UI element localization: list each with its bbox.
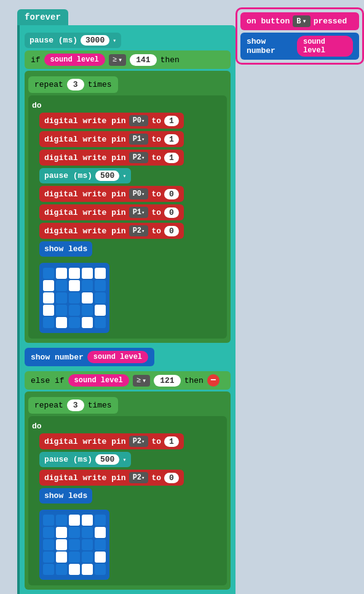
pause-row-2: pause (ms) 500 ▾ [39,168,223,183]
sound-level-pill-3[interactable]: sound level [68,374,129,387]
if-keyword: if [31,55,41,65]
chevron-1: ▾ [118,55,122,65]
show-number-label-1: show number [31,353,84,362]
forever-body: pause (ms) 3000 ▾ if sound level ≥ ▾ 141… [17,25,235,594]
do-label: do [32,101,42,110]
times-label: times [88,80,112,89]
pause-dd-3[interactable]: ▾ [122,456,126,464]
repeat-block-2[interactable]: repeat 3 times [28,397,118,414]
pause-dd-2[interactable]: ▾ [122,172,126,180]
pin-p1-0[interactable]: P1▾ [129,207,149,218]
show-number-block[interactable]: show number sound level [240,33,359,60]
val-p2-1b[interactable]: 1 [164,436,179,447]
btn-dropdown[interactable]: B ▾ [293,15,310,27]
op-dropdown-2[interactable]: ≥ ▾ [133,375,150,387]
do-body-2: do digital write pin P2▾ to 1 [28,416,227,585]
repeat-count[interactable]: 3 [67,79,84,90]
if-value-1[interactable]: 141 [130,54,156,66]
pin-p2-1b[interactable]: P2▾ [129,436,149,447]
on-button-group: on button B ▾ pressed show number sound … [235,7,364,65]
do-body-1: do digital write pin P0▾ to 1 [28,95,227,339]
led-grid-2 [39,510,109,580]
pause-label-1: pause (ms) [30,36,77,45]
chevron-2: ▾ [142,376,146,385]
if-body-1: repeat 3 times do digital write pin P0▾ [25,71,231,343]
else-if-1: else if sound level ≥ ▾ 121 then − [25,371,231,390]
do-label-2: do [32,422,42,431]
dw-p0-0: digital write pin P0▾ to 0 [39,186,223,202]
pause-block-1[interactable]: pause (ms) 3000 ▾ [25,33,121,48]
show-leds-label-2[interactable]: show leds [39,488,92,504]
val-p2-1[interactable]: 1 [164,153,179,163]
minus-circle-1[interactable]: − [207,374,220,387]
show-leds-label-1[interactable]: show leds [39,241,92,257]
val-p1-0[interactable]: 0 [164,207,179,218]
on-button-block[interactable]: on button B ▾ pressed [240,12,359,30]
then-label-1: then [160,55,180,65]
val-p0-0[interactable]: 0 [164,189,179,199]
repeat-row-2: repeat 3 times [28,397,227,414]
show-leds-row-2: show leds [39,488,223,580]
dw-p2-1b: digital write pin P2▾ to 1 [39,433,223,449]
val-p1-1[interactable]: 1 [164,134,179,145]
main-block: forever pause (ms) 3000 ▾ if sound level… [17,9,235,594]
sound-level-pill-2[interactable]: sound level [87,351,148,363]
sound-level-pill-btn[interactable]: sound level [297,36,353,57]
pressed-label: pressed [314,17,347,26]
repeat-row-1: repeat 3 times [28,76,227,93]
elif1-body: repeat 3 times do digital write pin P2▾ [25,391,231,590]
pause-val-3[interactable]: 500 [95,454,119,465]
pin-p2-0b[interactable]: P2▾ [129,472,149,483]
dw-p2-0b: digital write pin P2▾ to 0 [39,470,223,486]
val-p0-1[interactable]: 1 [164,116,179,126]
dw-p2-1: digital write pin P2▾ to 1 [39,150,223,166]
pin-p2-0[interactable]: P2▾ [129,225,149,236]
elif1-value[interactable]: 121 [154,375,180,387]
pause-row-3: pause (ms) 500 ▾ [39,452,223,467]
else-if-label-1: else if [31,376,65,385]
val-p2-0b[interactable]: 0 [164,473,179,483]
on-label: on button [247,17,290,26]
pause-dropdown-1[interactable]: ▾ [113,37,116,44]
if-block-1: if sound level ≥ ▾ 141 then [25,50,231,69]
pin-p1-1[interactable]: P1▾ [129,134,149,145]
val-p2-0[interactable]: 0 [164,226,179,236]
show-leds-row-1: show leds [39,241,223,333]
op-dropdown-1[interactable]: ≥ ▾ [109,54,126,66]
dw-p1-1: digital write pin P1▾ to 1 [39,131,223,147]
show-num-row-1: show number sound level [25,345,231,369]
repeat-count-2[interactable]: 3 [67,399,84,411]
pause-val-2[interactable]: 500 [95,171,119,181]
dw-p0-1: digital write pin P0▾ to 1 [39,113,223,129]
pin-p0-1[interactable]: P0▾ [129,115,149,126]
then-label-2: then [184,376,204,385]
led-grid-1 [39,263,109,333]
pause-val-1[interactable]: 3000 [81,35,109,46]
show-number-label: show number [247,37,294,55]
pause-row-1: pause (ms) 3000 ▾ [25,33,231,48]
dw-p1-0: digital write pin P1▾ to 0 [39,204,223,220]
do-label-row: do [32,101,223,110]
sound-level-pill-1[interactable]: sound level [44,54,105,66]
pin-p2-1[interactable]: P2▾ [129,152,149,163]
pin-p0-0[interactable]: P0▾ [129,188,149,199]
dw-p2-0: digital write pin P2▾ to 0 [39,223,223,239]
chevron-down-icon: ▾ [302,17,306,26]
repeat-label: repeat [34,80,63,89]
repeat-block-1[interactable]: repeat 3 times [28,76,118,93]
forever-label: forever [17,9,68,25]
